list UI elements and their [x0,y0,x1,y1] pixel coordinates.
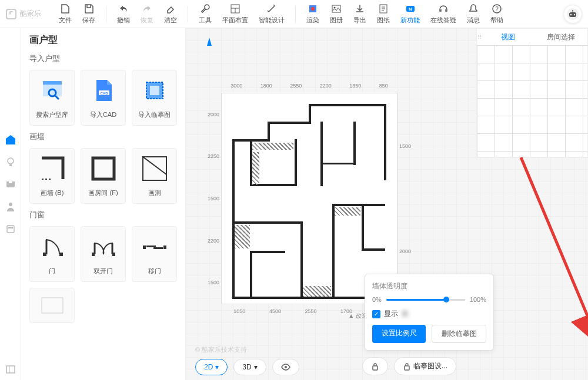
lock-controls: 临摹图设... [362,357,456,375]
separator [295,6,296,22]
btn-import-cad[interactable]: CAD 导入CAD [81,70,126,126]
btn-2d[interactable]: 2D ▾ [195,359,228,375]
opening-icon [141,154,169,183]
btn-set-scale[interactable]: 设置比例尺 [372,325,426,343]
btn-draw-wall[interactable]: 画墙 (B) [29,148,75,204]
app-logo[interactable]: 酷家乐 [6,9,41,19]
tool-render[interactable]: 渲染 [306,3,319,25]
canvas[interactable]: 30001800255022001350850 15002000 2000225… [186,28,588,380]
assistant-button[interactable] [563,5,582,23]
btn-import-trace[interactable]: 导入临摹图 [132,70,177,126]
dim-left: 20002250150022001500 [208,93,219,304]
chevron-down-icon: ▾ [254,363,258,371]
floorplan[interactable]: 30001800255022001350850 15002000 2000225… [221,93,397,304]
watermark: © 酷家乐技术支持 [195,345,247,354]
rail-people[interactable] [5,201,16,213]
btn-door-sliding[interactable]: 移门 [132,226,177,282]
svg-point-14 [572,10,573,11]
lock-open-icon [403,362,411,371]
btn-lock[interactable] [362,357,388,375]
tab-room-select[interactable]: 房间选择 [534,29,587,45]
tool-gallery[interactable]: 图册 [330,3,343,25]
btn-search-library[interactable]: 搜索户型库 [29,70,75,126]
rail-floorplan[interactable] [5,134,16,146]
app-name: 酷家乐 [20,9,41,19]
left-rail [0,28,21,380]
tool-tools[interactable]: 工具 [199,3,212,25]
show-label: 显示 [384,309,398,319]
tool-layout[interactable]: 平面布置 [222,3,248,25]
tool-undo[interactable]: 撤销 [117,3,130,25]
rail-collapse[interactable] [5,364,16,375]
section-import-title: 导入户型 [29,53,177,64]
headset-icon [437,3,449,15]
svg-rect-19 [12,181,15,184]
tool-help[interactable]: ?帮助 [490,3,503,25]
trace-settings-popup: 墙体透明度 0% 100% ✓ 显示 图 设置比例尺 删除临摹图 [365,274,494,351]
show-checkbox[interactable]: ✓ [372,310,380,318]
btn-draw-room[interactable]: 画房间 (F) [81,148,126,204]
tool-qa[interactable]: 在线答疑 [430,3,456,25]
tab-view[interactable]: 视图 [482,29,534,45]
tool-clear[interactable]: 清空 [164,3,177,25]
chevron-down-icon: ▾ [215,363,219,371]
tool-smart[interactable]: 智能设计 [259,3,285,25]
tool-new[interactable]: N新功能 [400,3,420,25]
rail-lighting[interactable] [5,156,16,168]
svg-rect-11 [569,12,576,17]
btn-3d[interactable]: 3D ▾ [233,359,266,375]
svg-rect-42 [163,246,166,249]
drag-handle-icon[interactable]: ⠿ [477,29,482,45]
tool-file[interactable]: 文件 [59,3,72,25]
svg-rect-31 [150,86,159,95]
paper-icon [377,3,389,15]
btn-door-single[interactable]: 门 [29,226,75,282]
new-badge-icon: N [405,3,416,15]
dim-right: 15002000 [399,93,411,304]
svg-rect-45 [42,298,63,313]
separator [106,6,106,22]
rail-furniture[interactable] [5,179,16,190]
btn-draw-opening[interactable]: 画洞 [132,148,177,204]
section-wall-title: 画墙 [29,132,177,142]
tool-msg[interactable]: 消息 [467,3,480,25]
svg-point-20 [9,203,12,206]
rail-appliance[interactable] [5,223,16,235]
svg-point-2 [311,7,315,11]
svg-rect-17 [6,183,15,187]
btn-eye[interactable] [272,359,299,375]
tool-drawing[interactable]: 图纸 [377,3,390,25]
help-icon: ? [491,3,503,15]
tool-export[interactable]: 导出 [353,3,366,25]
cad-icon: CAD [89,76,118,105]
preview-3d[interactable] [477,45,587,157]
svg-text:N: N [409,6,412,12]
opacity-slider[interactable] [386,299,465,301]
room-icon [89,154,118,183]
btn-trace-settings[interactable]: 临摹图设... [394,357,456,375]
door-icon [38,233,66,261]
file-icon [59,3,71,15]
sliding-door-icon [141,233,169,261]
btn-door-double[interactable]: 双开门 [81,226,126,282]
btn-delete-trace[interactable]: 删除临摹图 [432,325,486,343]
section-door-title: 门窗 [29,210,177,220]
btn-item-extra[interactable] [29,288,75,323]
main-toolbar: 文件 保存 撤销 恢复 清空 工具 平面布置 智能设计 渲染 图册 导出 图纸 … [59,3,582,25]
trace-icon [141,76,169,105]
tool-save[interactable]: 保存 [82,3,95,25]
slider-min: 0% [372,296,382,303]
svg-rect-43 [146,246,156,247]
side-panel: 画户型 导入户型 搜索户型库 CAD 导入CAD 导入临摹图 画墙 画墙 (B)… [21,28,186,380]
annotation-arrow [515,152,588,363]
slider-max: 100% [470,296,486,303]
dim-top: 30001800255022001350850 [222,83,397,89]
tool-redo[interactable]: 恢复 [141,3,153,25]
svg-point-4 [334,7,336,9]
svg-text:CAD: CAD [100,92,108,95]
wrench-icon [199,3,211,15]
view-switch: ⠿ 视图 房间选择 [476,28,588,157]
svg-point-12 [570,14,572,15]
double-door-icon [89,233,118,261]
slider-handle[interactable] [443,297,449,302]
